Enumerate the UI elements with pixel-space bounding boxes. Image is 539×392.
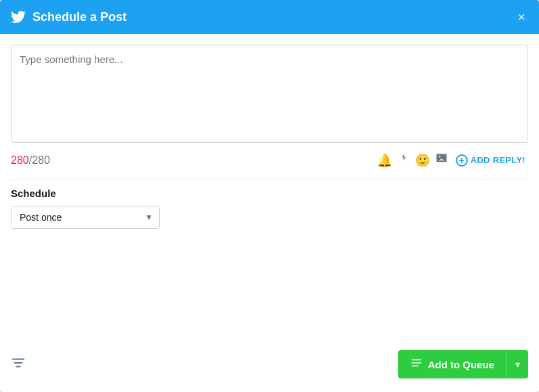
modal-bottom: Add to Queue ▾ [0,342,539,392]
add-to-queue-button[interactable]: Add to Queue [398,350,506,378]
twitter-icon [11,9,26,24]
svg-point-1 [439,156,440,157]
schedule-section: Schedule Post once Schedule recurring Re… [11,188,528,229]
tweet-footer: 280/280 🔔 🙂 + ADD REPLY! [11,150,528,171]
add-reply-plus-icon: + [456,154,468,167]
notification-icon[interactable]: 🔔 [377,153,392,168]
close-button[interactable]: × [515,10,528,24]
modal-body: 280/280 🔔 🙂 + ADD REPLY! Schedule [0,34,539,342]
tweet-input[interactable] [11,45,528,143]
queue-dropdown-button[interactable]: ▾ [506,350,528,378]
divider [11,179,528,179]
tweet-actions: 🔔 🙂 + ADD REPLY! [377,152,528,168]
schedule-post-modal: Schedule a Post × 280/280 🔔 🙂 + ADD [0,0,539,392]
char-current: 280 [11,154,29,166]
queue-icon [410,357,423,372]
media-icon[interactable] [435,152,448,168]
svg-rect-0 [436,154,446,162]
filter-icon[interactable] [11,355,26,374]
schedule-select[interactable]: Post once Schedule recurring Requeue [11,206,160,229]
add-to-queue-group: Add to Queue ▾ [398,350,528,378]
add-reply-label: ADD REPLY! [471,155,525,165]
header-left: Schedule a Post [11,9,127,24]
modal-header: Schedule a Post × [0,0,539,34]
char-total: 280 [32,154,50,166]
schedule-select-wrapper: Post once Schedule recurring Requeue ▼ [11,206,160,229]
plugin-icon[interactable] [397,152,410,168]
add-reply-button[interactable]: + ADD REPLY! [453,154,528,167]
char-count: 280/280 [11,154,50,167]
queue-dropdown-icon: ▾ [515,359,520,370]
emoji-icon[interactable]: 🙂 [415,153,430,168]
modal-title: Schedule a Post [33,10,127,24]
schedule-label: Schedule [11,188,528,199]
add-to-queue-label: Add to Queue [428,359,494,370]
